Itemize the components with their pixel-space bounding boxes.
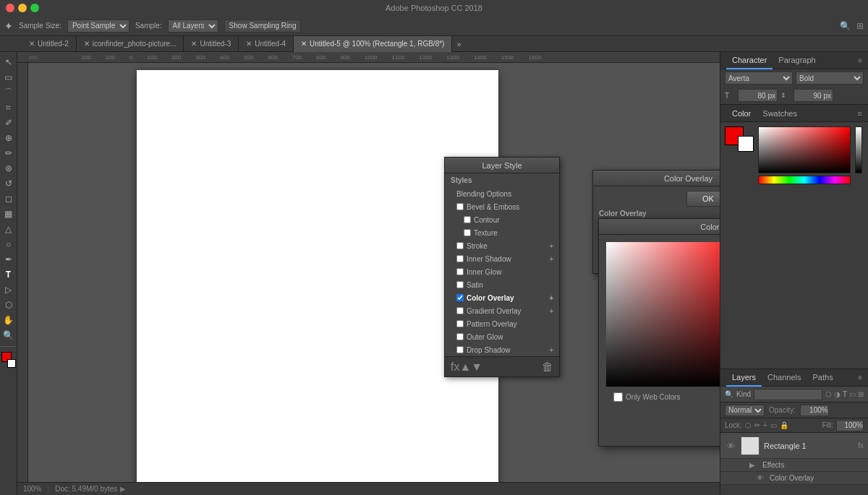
tab-overflow[interactable]: »	[452, 40, 465, 48]
title-bar: Adobe Photoshop CC 2018	[0, 0, 868, 16]
healing-tool[interactable]: ⊕	[1, 131, 16, 145]
layers-panel-options[interactable]: ≡	[858, 374, 862, 382]
layer-rectangle1[interactable]: 👁 Rectangle 1 fx	[720, 433, 868, 459]
status-arrow[interactable]: ▶	[120, 485, 126, 493]
tab-untitled5[interactable]: ✕ Untitled-5 @ 100% (Rectangle 1, RGB/8*…	[294, 36, 452, 52]
layer-fx-indicator[interactable]: fx	[858, 442, 864, 449]
font-size-input[interactable]	[738, 89, 778, 102]
ls-texture[interactable]: Texture	[445, 226, 559, 239]
sample-size-select[interactable]: Point Sample	[67, 20, 129, 33]
ls-up-btn[interactable]: ▲	[459, 361, 471, 374]
hand-tool[interactable]: ✋	[1, 313, 16, 327]
gradient-tool[interactable]: ▦	[1, 207, 16, 221]
char-panel-options[interactable]: ≡	[858, 56, 862, 64]
tab-color[interactable]: Color	[726, 105, 757, 122]
filter-smart-icon[interactable]: ⊞	[858, 390, 864, 398]
layer-visibility-toggle[interactable]: 👁	[725, 440, 736, 452]
lock-position-icon[interactable]: +	[763, 421, 767, 429]
lock-image-icon[interactable]: ✏	[754, 421, 760, 429]
cp-gradient-box[interactable]	[606, 242, 720, 387]
tab-paragraph[interactable]: Paragraph	[773, 52, 821, 69]
eyedropper-tool[interactable]: ✐	[1, 116, 16, 130]
layer-fill-input[interactable]	[836, 420, 864, 431]
ls-fx-btn[interactable]: fx	[451, 361, 459, 374]
leading-input[interactable]	[793, 89, 833, 102]
ls-outer-glow[interactable]: Outer Glow	[445, 330, 559, 343]
bg-swatch[interactable]	[738, 136, 754, 152]
kind-label: Kind	[736, 390, 751, 398]
clone-tool[interactable]: ⊛	[1, 161, 16, 176]
ls-color-overlay[interactable]: Color Overlay +	[445, 291, 559, 304]
path-select-tool[interactable]: ▷	[1, 283, 16, 297]
ls-down-btn[interactable]: ▼	[471, 361, 482, 374]
tab-untitled4[interactable]: ✕ Untitled-4	[239, 36, 294, 52]
ls-drop-shadow[interactable]: Drop Shadow +	[445, 343, 559, 356]
fg-bg-swatches[interactable]	[725, 126, 754, 152]
select-tool[interactable]: ▭	[1, 70, 16, 85]
sampling-ring-button[interactable]: Show Sampling Ring	[224, 20, 302, 33]
move-tool[interactable]: ↖	[1, 55, 16, 69]
layer-blend-mode-select[interactable]: Normal	[725, 405, 765, 416]
ls-contour[interactable]: Contour	[445, 213, 559, 226]
tool-icon[interactable]: ✦	[4, 20, 13, 32]
sample-select[interactable]: All Layers	[168, 20, 218, 33]
color-spectrum-area	[758, 126, 851, 184]
lock-artboard-icon[interactable]: ▭	[770, 421, 777, 429]
history-tool[interactable]: ↺	[1, 176, 16, 191]
color-spectrum-box[interactable]	[758, 126, 851, 173]
font-size-icon: T	[725, 92, 735, 100]
filter-pixel-icon[interactable]: ⬡	[825, 390, 832, 398]
arrange-icon[interactable]: ⊞	[856, 21, 864, 31]
tab-swatches[interactable]: Swatches	[757, 105, 803, 122]
layer-opacity-input[interactable]	[800, 405, 829, 416]
minimize-button[interactable]	[18, 4, 27, 12]
ls-inner-glow[interactable]: Inner Glow	[445, 265, 559, 278]
dodge-tool[interactable]: ○	[1, 237, 16, 251]
ls-gradient-overlay[interactable]: Gradient Overlay +	[445, 304, 559, 317]
tab-layers[interactable]: Layers	[726, 369, 762, 387]
hue-slider[interactable]	[758, 176, 851, 184]
type-tool[interactable]: T	[1, 267, 16, 282]
co-visibility-icon[interactable]: 👁	[757, 474, 767, 482]
co-ok-button[interactable]: OK	[686, 191, 720, 207]
tab-untitled2[interactable]: ✕ Untitled-2	[22, 36, 77, 52]
lock-transparent-icon[interactable]: ⬡	[745, 421, 752, 429]
cp-webcol-checkbox[interactable]	[613, 392, 623, 402]
close-button[interactable]	[6, 4, 14, 12]
blending-options-item[interactable]: Blending Options	[445, 187, 559, 200]
ls-pattern-overlay[interactable]: Pattern Overlay	[445, 317, 559, 330]
layer-style-title: Layer Style	[445, 158, 559, 173]
layers-search-input[interactable]	[754, 389, 822, 400]
blur-tool[interactable]: △	[1, 222, 16, 236]
shape-tool[interactable]: ⬡	[1, 298, 16, 312]
alpha-slider-right[interactable]	[855, 126, 862, 173]
tab-character[interactable]: Character	[726, 52, 773, 69]
maximize-button[interactable]	[30, 4, 39, 12]
eraser-tool[interactable]: ◻	[1, 191, 16, 206]
brush-tool[interactable]: ✏	[1, 146, 16, 160]
tab-photo[interactable]: ✕ iconfinder_photo-picture...	[77, 36, 184, 52]
status-bar: 100% | Doc: 5.49M/0 bytes ▶	[17, 482, 720, 495]
font-style-select[interactable]: Bold	[796, 72, 864, 85]
ls-bevel-emboss[interactable]: Bevel & Emboss	[445, 200, 559, 213]
ls-inner-shadow[interactable]: Inner Shadow +	[445, 252, 559, 265]
pen-tool[interactable]: ✒	[1, 252, 16, 267]
filter-shape-icon[interactable]: ▭	[849, 390, 856, 398]
tab-paths[interactable]: Paths	[807, 369, 839, 387]
ls-delete-btn[interactable]: 🗑	[542, 361, 553, 374]
lasso-tool[interactable]: ⌒	[1, 85, 16, 100]
layer-color-overlay-item[interactable]: 👁 Color Overlay	[720, 472, 868, 485]
font-family-select[interactable]: Averta	[725, 72, 793, 85]
color-panel-options[interactable]: ≡	[858, 109, 862, 118]
ls-stroke[interactable]: Stroke +	[445, 239, 559, 252]
ls-satin[interactable]: Satin	[445, 278, 559, 291]
tab-untitled3[interactable]: ✕ Untitled-3	[184, 36, 239, 52]
crop-tool[interactable]: ⌗	[1, 100, 16, 115]
lock-all-icon[interactable]: 🔒	[780, 421, 788, 429]
search-icon[interactable]: 🔍	[840, 21, 851, 31]
tab-channels[interactable]: Channels	[762, 369, 807, 387]
filter-adjust-icon[interactable]: ◑	[834, 390, 841, 398]
fg-bg-colors[interactable]	[1, 352, 16, 368]
filter-type-icon[interactable]: T	[843, 390, 847, 398]
zoom-tool[interactable]: 🔍	[1, 328, 16, 343]
